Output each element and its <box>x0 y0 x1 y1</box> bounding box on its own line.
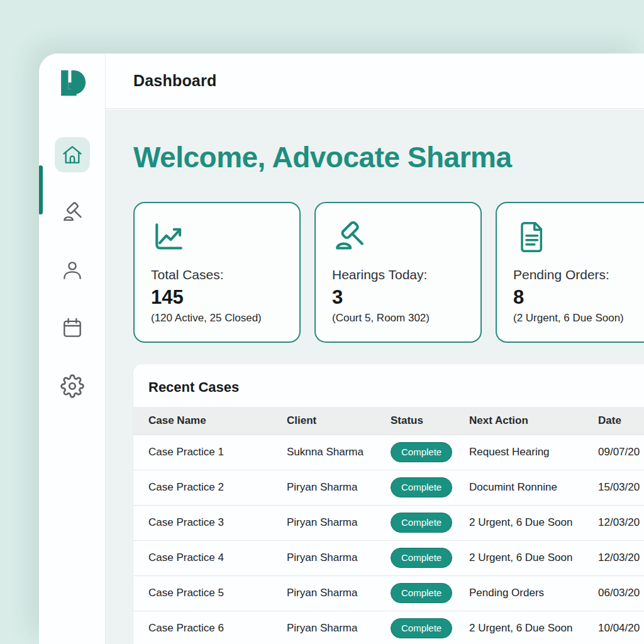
cell-case-name: Case Practice 6 <box>133 622 287 635</box>
cell-date: 15/03/20 <box>598 481 644 494</box>
active-nav-indicator <box>39 165 43 214</box>
sidebar-item-home[interactable] <box>55 137 90 172</box>
trend-icon <box>151 219 284 255</box>
column-header-case-name: Case Name <box>133 414 287 427</box>
document-icon <box>513 219 644 255</box>
status-badge: Complete <box>391 442 452 462</box>
sidebar-nav <box>55 137 90 404</box>
stat-card: Pending Orders: 8 (2 Urgent, 6 Due Soon) <box>496 202 644 343</box>
cell-case-name: Case Practice 2 <box>133 481 287 494</box>
stat-subtext: (2 Urgent, 6 Due Soon) <box>513 312 644 325</box>
table-row[interactable]: Case Practice 5 Piryan Sharma Complete P… <box>133 575 644 611</box>
cell-case-name: Case Practice 1 <box>133 446 287 458</box>
cell-date: 06/03/20 <box>598 587 644 599</box>
stat-label: Hearings Today: <box>332 267 465 282</box>
cell-status: Complete <box>391 513 469 533</box>
stat-value: 8 <box>513 286 644 309</box>
cell-client: Suknna Sharma <box>287 446 391 458</box>
stat-value: 145 <box>151 286 284 309</box>
cell-date: 12/03/20 <box>598 516 644 529</box>
column-header-next-action: Next Action <box>469 414 598 427</box>
main-content: Welcome, Advocate Sharma <box>106 109 644 644</box>
cell-next-action: 2 Urgent, 6 Due Soon <box>469 552 598 564</box>
stat-card: Total Cases: 145 (120 Active, 25 Closed) <box>133 202 301 343</box>
ld-monogram-icon <box>56 67 89 99</box>
status-badge: Complete <box>391 477 452 497</box>
cell-date: 12/03/20 <box>598 552 644 564</box>
stat-subtext: (120 Active, 25 Closed) <box>151 312 284 325</box>
welcome-heading: Welcome, Advocate Sharma <box>133 141 644 174</box>
calendar-icon <box>60 316 84 340</box>
cell-status: Complete <box>391 618 469 638</box>
stat-label: Total Cases: <box>151 267 284 282</box>
recent-cases-title: Recent Cases <box>133 364 644 407</box>
cell-status: Complete <box>391 477 469 497</box>
cell-case-name: Case Practice 3 <box>133 516 287 529</box>
column-header-date: Date <box>598 414 644 427</box>
status-badge: Complete <box>391 548 452 568</box>
sidebar-item-calendar[interactable] <box>55 311 90 346</box>
cell-status: Complete <box>391 442 469 462</box>
cell-next-action: Documint Ronnine <box>469 481 598 494</box>
cell-case-name: Case Practice 4 <box>133 552 287 564</box>
table-row[interactable]: Case Practice 4 Piryan Sharma Complete 2… <box>133 540 644 575</box>
cell-client: Piryan Sharma <box>287 552 391 564</box>
app-logo <box>56 67 89 99</box>
sidebar-item-settings[interactable] <box>55 369 90 404</box>
table-row[interactable]: Case Practice 2 Piryan Sharma Complete D… <box>133 470 644 505</box>
home-icon <box>60 143 84 167</box>
sidebar-item-clients[interactable] <box>55 253 90 288</box>
sidebar <box>39 53 106 644</box>
cell-next-action: 2 Urgent, 6 Due Soon <box>469 516 598 529</box>
gavel-icon <box>60 201 84 225</box>
table-row[interactable]: Case Practice 6 Piryan Sharma Complete 2… <box>133 611 644 644</box>
gear-icon <box>60 374 84 398</box>
app-window: Dashboard Welcome, Advocate Sharma <box>39 53 644 644</box>
table-header-row: Case Name Client Status Next Action Date <box>133 407 644 435</box>
table-row[interactable]: Case Practice 1 Suknna Sharma Complete R… <box>133 435 644 470</box>
stat-value: 3 <box>332 286 465 309</box>
status-badge: Complete <box>391 618 452 638</box>
table-row[interactable]: Case Practice 3 Piryan Sharma Complete 2… <box>133 505 644 540</box>
cell-date: 09/07/20 <box>598 446 644 458</box>
cell-case-name: Case Practice 5 <box>133 587 287 599</box>
topbar: Dashboard <box>106 53 644 109</box>
stat-subtext: (Court 5, Room 302) <box>332 312 465 325</box>
cell-date: 10/04/20 <box>598 622 644 635</box>
cell-next-action: 2 Urgent, 6 Due Soon <box>469 622 598 635</box>
sidebar-item-cases[interactable] <box>55 195 90 230</box>
page-title: Dashboard <box>133 72 216 90</box>
table-body: Case Practice 1 Suknna Sharma Complete R… <box>133 435 644 644</box>
stat-label: Pending Orders: <box>513 267 644 282</box>
cell-status: Complete <box>391 548 469 568</box>
cell-next-action: Pending Orders <box>469 587 598 599</box>
column-header-client: Client <box>287 414 391 427</box>
cell-status: Complete <box>391 583 469 603</box>
cell-client: Piryan Sharma <box>287 622 391 635</box>
stat-cards: Total Cases: 145 (120 Active, 25 Closed) <box>133 202 644 343</box>
cell-next-action: Request Hearing <box>469 446 598 458</box>
cell-client: Piryan Sharma <box>287 516 391 529</box>
gavel-icon <box>332 219 465 255</box>
person-icon <box>60 258 84 282</box>
recent-cases-panel: Recent Cases Case Name Client Status Nex… <box>133 364 644 644</box>
cell-client: Piryan Sharma <box>287 587 391 599</box>
column-header-status: Status <box>391 414 469 427</box>
status-badge: Complete <box>391 583 452 603</box>
cell-client: Piryan Sharma <box>287 481 391 494</box>
status-badge: Complete <box>391 513 452 533</box>
stat-card: Hearings Today: 3 (Court 5, Room 302) <box>314 202 482 343</box>
